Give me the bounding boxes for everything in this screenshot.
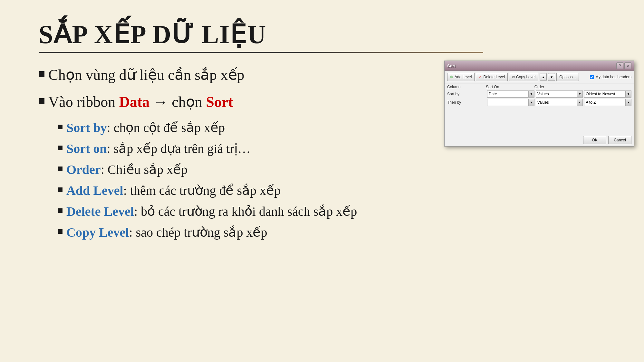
cancel-label: Cancel — [614, 138, 626, 142]
ok-label: OK — [592, 138, 597, 142]
sub1-text: Sort by: chọn cột để sắp xếp — [66, 120, 225, 135]
sub-bullet-sq-6 — [58, 229, 62, 234]
add-level-button[interactable]: ⊕ Add Level — [447, 73, 475, 81]
sub-bullet-sq-3 — [58, 167, 62, 171]
dialog-close-button[interactable]: ✕ — [624, 62, 631, 69]
delete-level-button[interactable]: ✕ Delete Level — [476, 73, 508, 81]
sub4-desc: thêm các trường để sắp xếp — [127, 183, 281, 198]
then-by-row: Then by ▼ Values ▼ A to Z ▼ — [447, 99, 631, 106]
sub1-colon: : — [107, 120, 111, 135]
sub3-colon: : — [101, 162, 104, 177]
cancel-button[interactable]: Cancel — [608, 136, 631, 144]
sub-bullet-sq-4 — [58, 187, 62, 192]
sort-by-sorton-arrow: ▼ — [577, 91, 582, 97]
my-data-label: My data has headers — [595, 75, 631, 79]
add-level-label: Add Level — [455, 75, 472, 79]
sub6-label: Copy Level — [66, 225, 129, 240]
delete-level-icon: ✕ — [479, 75, 482, 79]
then-by-sorton-arrow: ▼ — [577, 99, 582, 106]
header-order: Order — [534, 85, 583, 89]
bullet2-data: Data — [119, 94, 150, 110]
dialog-empty-area — [445, 108, 634, 134]
bullet2-prefix: Vào ribbon — [48, 94, 119, 110]
sub6-text: Copy Level: sao chép trường sắp xếp — [66, 225, 267, 240]
header-sort-on: Sort On — [486, 85, 534, 89]
sub5-text: Delete Level: bỏ các trường ra khỏi danh… — [66, 204, 357, 219]
sub2-colon: : — [107, 141, 111, 156]
bullet-square-1 — [39, 71, 44, 77]
move-up-button[interactable]: ▲ — [540, 73, 547, 81]
sort-by-column-value: Date — [489, 92, 528, 96]
then-by-order-select[interactable]: A to Z ▼ — [584, 99, 631, 106]
sub-bullet-5: Delete Level: bỏ các trường ra khỏi danh… — [58, 204, 599, 219]
bullet2-middle: chọn — [168, 94, 206, 110]
then-by-column-select[interactable]: ▼ — [487, 99, 534, 106]
sub2-desc: sắp xếp dựa trên giá trị… — [111, 141, 251, 156]
sort-by-order-select[interactable]: Oldest to Newest ▼ — [584, 90, 631, 98]
sub5-desc: bỏ các trường ra khỏi danh sách sắp xếp — [138, 204, 357, 219]
sort-by-order-arrow: ▼ — [625, 91, 631, 97]
sub6-colon: : — [129, 225, 132, 240]
then-by-sorton-select[interactable]: Values ▼ — [536, 99, 583, 106]
sub-bullet-sq-1 — [58, 125, 62, 129]
options-label: Options... — [559, 75, 576, 79]
copy-level-button[interactable]: ⧉ Copy Level — [509, 73, 538, 81]
dialog-help-button[interactable]: ? — [616, 62, 623, 69]
sort-by-column-arrow: ▼ — [528, 91, 534, 97]
copy-level-icon: ⧉ — [512, 75, 515, 79]
sub2-label: Sort on — [66, 141, 107, 156]
sub6-desc: sao chép trường sắp xếp — [133, 225, 267, 240]
sort-by-sorton-select[interactable]: Values ▼ — [536, 90, 583, 98]
title-section: SẮP XẾP DỮ LIỆU — [39, 19, 618, 53]
ok-button[interactable]: OK — [583, 136, 606, 144]
sub3-label: Order — [66, 162, 101, 177]
sub-bullet-sq-2 — [58, 146, 62, 150]
then-by-order-arrow: ▼ — [625, 99, 631, 106]
sub5-label: Delete Level — [66, 204, 134, 219]
sub3-desc: Chiều sắp xếp — [104, 162, 187, 177]
then-by-label: Then by — [447, 100, 486, 105]
bullet-square-2 — [39, 98, 44, 104]
then-by-order-value: A to Z — [586, 100, 625, 105]
bullet2-content: Vào ribbon Data → chọn Sort — [48, 93, 233, 110]
sub-bullet-6: Copy Level: sao chép trường sắp xếp — [58, 225, 599, 240]
copy-level-label: Copy Level — [516, 75, 535, 79]
then-by-sorton-value: Values — [537, 100, 577, 105]
delete-level-label: Delete Level — [483, 75, 505, 79]
sort-by-row: Sort by Date ▼ Values ▼ Oldest to Newest… — [447, 90, 631, 98]
dialog-footer: OK Cancel — [445, 134, 634, 146]
bullet1-text: Chọn vùng dữ liệu cần sắp xếp — [48, 66, 245, 83]
my-data-checkbox[interactable] — [590, 75, 594, 79]
sub-bullet-4: Add Level: thêm các trường để sắp xếp — [58, 183, 599, 198]
sort-by-column-select[interactable]: Date ▼ — [487, 90, 534, 98]
dialog-title: Sort — [447, 63, 456, 68]
dialog-title-buttons: ? ✕ — [616, 62, 631, 69]
sub4-colon: : — [123, 183, 127, 198]
sub1-label: Sort by — [66, 120, 107, 135]
sort-by-label: Sort by — [447, 91, 486, 97]
bullet2-sort: Sort — [206, 94, 233, 110]
dialog-rows-area: Sort by Date ▼ Values ▼ Oldest to Newest… — [445, 90, 634, 108]
dialog-column-headers: Column Sort On Order — [445, 83, 634, 90]
add-level-icon: ⊕ — [450, 75, 453, 79]
sub5-colon: : — [134, 204, 138, 219]
sub-bullet-3: Order: Chiều sắp xếp — [58, 162, 599, 177]
sub4-text: Add Level: thêm các trường để sắp xếp — [66, 183, 281, 198]
bullet2-arrow: → — [153, 94, 168, 110]
options-button[interactable]: Options... — [556, 73, 579, 81]
title-underline — [39, 52, 483, 53]
slide-title: SẮP XẾP DỮ LIỆU — [39, 19, 618, 49]
dialog-titlebar: Sort ? ✕ — [445, 61, 634, 71]
move-down-button[interactable]: ▼ — [548, 73, 555, 81]
slide-container: SẮP XẾP DỮ LIỆU Chọn vùng dữ liệu cần sắ… — [0, 0, 644, 362]
sub-bullet-sq-5 — [58, 208, 62, 213]
dialog-toolbar: ⊕ Add Level ✕ Delete Level ⧉ Copy Level … — [445, 71, 634, 83]
sub3-text: Order: Chiều sắp xếp — [66, 162, 187, 177]
then-by-column-arrow: ▼ — [528, 99, 534, 106]
sort-dialog: Sort ? ✕ ⊕ Add Level ✕ Delete Level ⧉ Co… — [444, 61, 634, 147]
sub4-label: Add Level — [66, 183, 123, 198]
sort-by-sorton-value: Values — [537, 92, 577, 96]
sub2-text: Sort on: sắp xếp dựa trên giá trị… — [66, 141, 251, 156]
my-data-section: My data has headers — [590, 75, 631, 79]
sort-by-order-value: Oldest to Newest — [586, 92, 625, 96]
